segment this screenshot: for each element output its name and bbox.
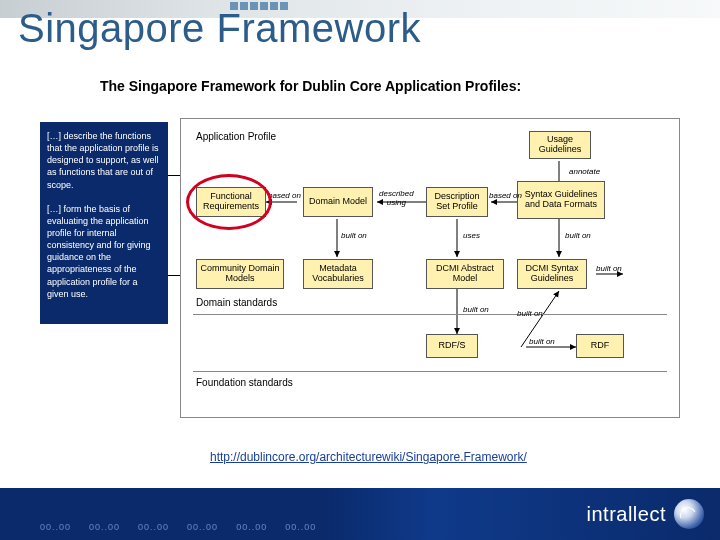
rel-based-on-2: based on <box>489 191 522 200</box>
rel-annotate: annotate <box>569 167 600 176</box>
rel-built-on-4b: built on <box>517 309 543 318</box>
box-syntax-guidelines: Syntax Guidelines and Data Formats <box>517 181 605 219</box>
page-title: Singapore Framework <box>18 6 421 51</box>
box-description-set-profile: Description Set Profile <box>426 187 488 217</box>
box-domain-model: Domain Model <box>303 187 373 217</box>
footer-decor-dashes: 00..0000..0000..0000..0000..0000..00 <box>40 522 316 532</box>
footer-bar: 00..0000..0000..0000..0000..0000..00 int… <box>0 488 720 540</box>
box-rdf: RDF <box>576 334 624 358</box>
divider-domain <box>193 314 667 315</box>
source-url-link[interactable]: http://dublincore.org/architecturewiki/S… <box>210 450 527 464</box>
brand-logo: intrallect <box>587 499 704 529</box>
box-dcmi-syntax-guidelines: DCMI Syntax Guidelines <box>517 259 587 289</box>
rel-uses: uses <box>463 231 480 240</box>
box-community-domain-models: Community Domain Models <box>196 259 284 289</box>
framework-diagram: Application Profile Usage Guidelines ann… <box>180 118 680 418</box>
subtitle: The Singapore Framework for Dublin Core … <box>100 78 521 94</box>
label-foundation-standards: Foundation standards <box>196 377 293 388</box>
sidebar-note: […] describe the functions that the appl… <box>40 122 168 324</box>
brand-name: intrallect <box>587 503 666 526</box>
box-metadata-vocabularies: Metadata Vocabularies <box>303 259 373 289</box>
box-usage-guidelines: Usage Guidelines <box>529 131 591 159</box>
box-rdfs: RDF/S <box>426 334 478 358</box>
box-dcmi-abstract-model: DCMI Abstract Model <box>426 259 504 289</box>
brand-globe-icon <box>674 499 704 529</box>
rel-built-on-5: built on <box>529 337 555 346</box>
box-functional-requirements: Functional Requirements <box>196 187 266 217</box>
rel-built-on-2: built on <box>565 231 591 240</box>
sidebar-paragraph-2: […] form the basis of evaluating the app… <box>47 203 161 300</box>
rel-built-on-4: built on <box>463 305 489 314</box>
rel-built-on-1: built on <box>341 231 367 240</box>
label-domain-standards: Domain standards <box>196 297 277 308</box>
rel-described-using: described using <box>379 189 414 207</box>
rel-built-on-3: built on <box>596 264 622 273</box>
rel-based-on-1: based on <box>268 191 301 200</box>
label-application-profile: Application Profile <box>196 131 276 142</box>
divider-foundation <box>193 371 667 372</box>
sidebar-paragraph-1: […] describe the functions that the appl… <box>47 130 161 191</box>
